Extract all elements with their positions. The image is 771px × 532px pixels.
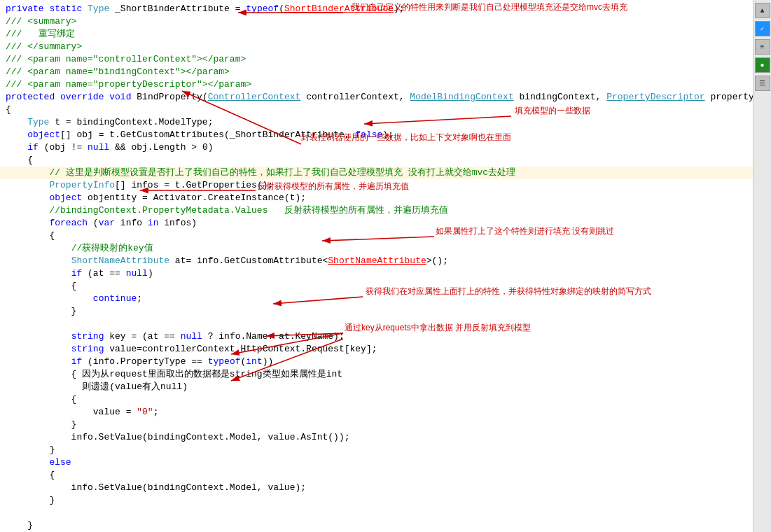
code-line: string key = (at == null ? info.Name: at… bbox=[0, 330, 753, 343]
code-line: object[] obj = t.GetCustomAttributes(_Sh… bbox=[0, 129, 753, 141]
code-line: { bbox=[0, 154, 753, 167]
code-line: { bbox=[0, 280, 753, 293]
code-line: { 因为从request里面取出的数据都是string类型如果属性是int bbox=[0, 368, 753, 381]
code-line: /// <summary> bbox=[0, 15, 753, 28]
code-line bbox=[0, 318, 753, 330]
code-line: } bbox=[0, 419, 753, 431]
code-line: /// <param name="bindingContext"></param… bbox=[0, 66, 753, 78]
code-line: { bbox=[0, 469, 753, 482]
code-line: } bbox=[0, 305, 753, 318]
code-line: // 这里是判断模型设置是否打上了我们自己的特性，如果打上了我们自己处理模型填充… bbox=[0, 167, 753, 179]
code-line: { bbox=[0, 104, 753, 116]
code-line: { bbox=[0, 230, 753, 242]
code-line: /// <param name="controllerContext"></pa… bbox=[0, 53, 753, 66]
code-line: //获得映射的key值 bbox=[0, 242, 753, 255]
code-line: ShortNameAttribute at= info.GetCustomAtt… bbox=[0, 255, 753, 267]
code-line: info.SetValue(bindingContext.Model, valu… bbox=[0, 482, 753, 494]
code-line: Type t = bindingContext.ModelType; bbox=[0, 116, 753, 129]
code-line: } bbox=[0, 444, 753, 456]
code-line: foreach (var info in infos) bbox=[0, 217, 753, 230]
sidebar-btn-check[interactable]: ✓ bbox=[755, 21, 770, 36]
code-line: 则遗遗(value有入null) bbox=[0, 381, 753, 393]
code-line: /// <param name="propertyDescriptor"></p… bbox=[0, 78, 753, 91]
code-line: //bindingContext.PropertyMetadata.Values… bbox=[0, 204, 753, 217]
code-area[interactable]: private static Type _ShortBinderAttribut… bbox=[0, 0, 753, 532]
code-line: PropertyInfo[] infos = t.GetProperties()… bbox=[0, 179, 753, 192]
code-line: value = "0"; bbox=[0, 406, 753, 419]
sidebar-btn-menu[interactable]: ≡ bbox=[755, 39, 770, 55]
code-line: object objentity = Activator.CreateInsta… bbox=[0, 192, 753, 204]
code-line: if (at == null) bbox=[0, 267, 753, 280]
code-line bbox=[0, 507, 753, 519]
code-line: { bbox=[0, 393, 753, 406]
code-line: continue; bbox=[0, 293, 753, 305]
code-line: if (obj != null && obj.Length > 0) bbox=[0, 141, 753, 154]
code-line: private static Type _ShortBinderAttribut… bbox=[0, 3, 753, 15]
code-line: else bbox=[0, 456, 753, 469]
code-line: /// </summary> bbox=[0, 41, 753, 53]
sidebar-btn-list[interactable]: ☰ bbox=[755, 76, 770, 91]
code-line: } bbox=[0, 494, 753, 507]
code-line: /// 重写绑定 bbox=[0, 28, 753, 41]
code-line: } bbox=[0, 519, 753, 532]
code-line: string value=controllerContext.HttpConte… bbox=[0, 343, 753, 356]
code-line: protected override void BindProperty(Con… bbox=[0, 91, 753, 104]
sidebar-scroll-up[interactable]: ▲ bbox=[755, 3, 770, 18]
code-line: if (info.PropertyType == typeof(int)) bbox=[0, 356, 753, 368]
code-line: info.SetValue(bindingContext.Model, valu… bbox=[0, 431, 753, 444]
sidebar: ▲ ✓ ≡ ● ☰ bbox=[753, 0, 771, 532]
sidebar-btn-circle[interactable]: ● bbox=[755, 57, 770, 73]
